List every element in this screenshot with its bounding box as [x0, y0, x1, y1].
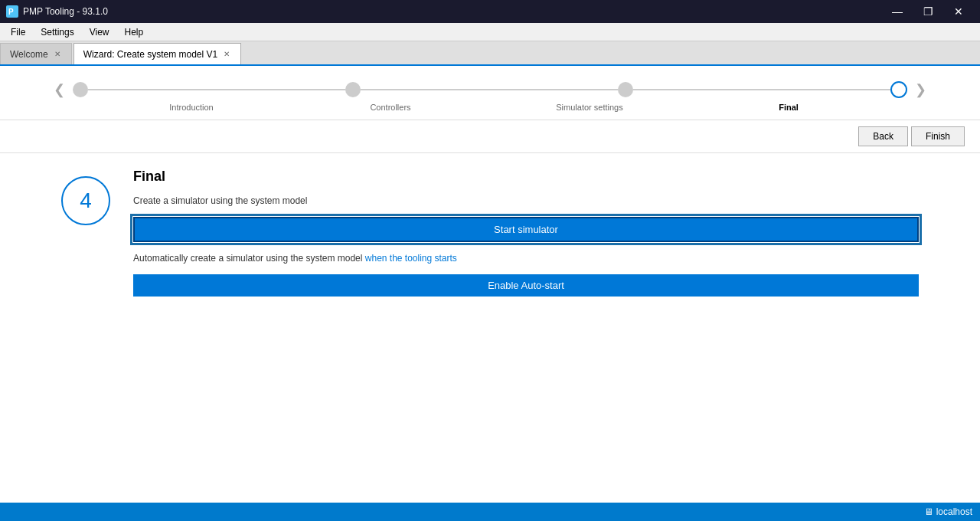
title-bar-left: P PMP Tooling - 93.1.0 — [6, 5, 108, 18]
step-number-circle: 4 — [61, 176, 110, 225]
server-label: localhost — [936, 506, 972, 517]
tab-welcome-close[interactable]: ✕ — [53, 49, 62, 59]
auto-start-text: Automatically create a simulator using t… — [133, 253, 457, 264]
start-simulator-button[interactable]: Start simulator — [133, 217, 919, 242]
step-line-1 — [88, 89, 345, 90]
step-2-label: Controllers — [291, 103, 490, 112]
stepper-next-button[interactable]: ❯ — [907, 81, 934, 98]
title-bar: P PMP Tooling - 93.1.0 — ❐ ✕ — [0, 0, 980, 23]
menu-settings[interactable]: Settings — [33, 25, 81, 39]
status-bar: 🖥 localhost — [0, 503, 980, 521]
step-1-label: Introduction — [92, 103, 291, 112]
content-details: Final Create a simulator using the syste… — [133, 169, 919, 297]
app-icon: P — [6, 5, 18, 18]
tab-bar: Welcome ✕ Wizard: Create system model V1… — [0, 41, 980, 66]
tab-wizard-close[interactable]: ✕ — [222, 49, 231, 59]
main-content: ❮ ❯ Introduction Controllers Simulator s… — [0, 66, 980, 521]
menu-view[interactable]: View — [82, 25, 117, 39]
maximize-button[interactable]: ❐ — [913, 0, 943, 23]
step-line-2 — [361, 89, 618, 90]
content-body: 4 Final Create a simulator using the sys… — [0, 153, 980, 312]
step-4-label: Final — [689, 103, 888, 112]
tab-welcome[interactable]: Welcome ✕ — [0, 43, 72, 64]
menu-bar: File Settings View Help — [0, 23, 980, 41]
stepper-area: ❮ ❯ Introduction Controllers Simulator s… — [0, 66, 980, 120]
action-buttons: Back Finish — [0, 120, 980, 153]
create-simulator-text: Create a simulator using the system mode… — [133, 195, 919, 206]
step-3-label: Simulator settings — [490, 103, 689, 112]
tab-wizard[interactable]: Wizard: Create system model V1 ✕ — [74, 43, 241, 64]
stepper-track — [73, 81, 907, 98]
step-1-circle — [73, 82, 88, 97]
menu-help[interactable]: Help — [117, 25, 152, 39]
step-line-3 — [633, 89, 890, 90]
svg-text:P: P — [8, 8, 14, 16]
stepper-prev-button[interactable]: ❮ — [46, 81, 73, 98]
step-2-circle — [345, 82, 361, 97]
title-text: PMP Tooling - 93.1.0 — [23, 6, 108, 17]
menu-file[interactable]: File — [3, 25, 33, 39]
tab-welcome-label: Welcome — [10, 49, 48, 60]
step-4-circle — [890, 81, 907, 98]
back-button[interactable]: Back — [858, 126, 908, 146]
enable-autostart-button[interactable]: Enable Auto-start — [133, 274, 919, 297]
close-button[interactable]: ✕ — [943, 0, 974, 23]
stepper-labels: Introduction Controllers Simulator setti… — [69, 103, 911, 112]
tab-wizard-label: Wizard: Create system model V1 — [83, 49, 217, 60]
server-icon: 🖥 — [924, 506, 933, 517]
status-bar-right: 🖥 localhost — [924, 506, 972, 517]
section-title: Final — [133, 169, 919, 185]
auto-start-text-container: Automatically create a simulator using t… — [133, 253, 919, 264]
finish-button[interactable]: Finish — [911, 126, 965, 146]
step-3-circle — [618, 82, 633, 97]
auto-start-highlight: when the tooling starts — [365, 253, 457, 264]
stepper-nav: ❮ ❯ — [46, 81, 934, 98]
minimize-button[interactable]: — — [882, 0, 913, 23]
title-bar-controls: — ❐ ✕ — [882, 0, 974, 23]
